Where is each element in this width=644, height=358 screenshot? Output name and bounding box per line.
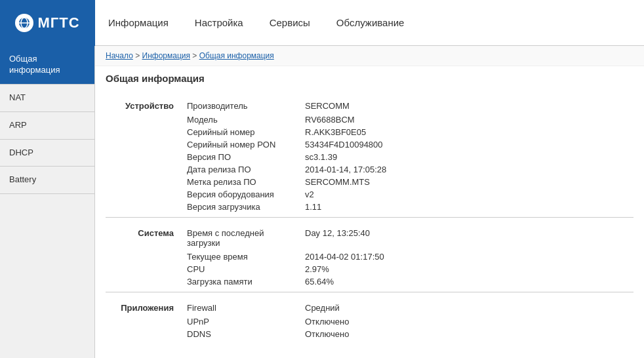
field-label-cpu: CPU: [184, 263, 302, 275]
field-label-bootloader: Версия загрузчика: [184, 201, 302, 213]
field-label-serial-pon: Серийный номер PON: [184, 138, 302, 151]
system-section-header: Система Время с последней загрузки Day 1…: [106, 219, 634, 250]
sidebar-item-general[interactable]: Общая информация: [0, 46, 94, 85]
breadcrumb-info[interactable]: Информация: [142, 51, 190, 60]
table-row: Дата релиза ПО 2014-01-14, 17:05:28: [106, 163, 634, 176]
main-layout: Общая информация NAT ARP DHCP Battery На…: [0, 46, 644, 358]
sidebar-item-dhcp[interactable]: DHCP: [0, 140, 94, 167]
field-value-ddns: Отключено: [302, 328, 634, 340]
nav-services[interactable]: Сервисы: [270, 14, 310, 31]
field-label-hw-version: Версия оборудования: [184, 188, 302, 201]
field-value-current-time: 2014-04-02 01:17:50: [302, 250, 634, 263]
system-section-label: Система: [106, 219, 184, 250]
table-row: Версия ПО sc3.1.39: [106, 151, 634, 163]
table-row: Текущее время 2014-04-02 01:17:50: [106, 250, 634, 263]
logo-text: МГТС: [37, 14, 79, 31]
field-value-firewall: Средний: [302, 294, 634, 315]
breadcrumb: Начало > Информация > Общая информация: [95, 46, 644, 66]
table-row: Серийный номер R.AKK3BF0E05: [106, 126, 634, 138]
field-label-current-time: Текущее время: [184, 250, 302, 263]
apps-section-header: Приложения Firewall Средний: [106, 294, 634, 315]
divider-2: [106, 288, 634, 294]
field-value-manufacturer: SERCOMM: [302, 92, 634, 113]
field-label-release-date: Дата релиза ПО: [184, 163, 302, 176]
table-row: Метка релиза ПО SERCOMM.MTS: [106, 176, 634, 188]
sidebar-item-battery[interactable]: Battery: [0, 167, 94, 194]
table-row: Версия оборудования v2: [106, 188, 634, 201]
field-value-release-tag: SERCOMM.MTS: [302, 176, 634, 188]
table-row: Серийный номер PON 53434F4D10094800: [106, 138, 634, 151]
sidebar-item-arp[interactable]: ARP: [0, 112, 94, 140]
logo-area: МГТС: [0, 0, 95, 46]
nav-maintenance[interactable]: Обслуживание: [336, 14, 405, 31]
field-label-uptime: Время с последней загрузки: [184, 219, 302, 250]
field-value-memory: 65.64%: [302, 275, 634, 288]
info-section: Устройство Производитель SERCOMM Модель …: [95, 89, 644, 343]
field-value-bootloader: 1.11: [302, 201, 634, 213]
field-label-ddns: DDNS: [184, 328, 302, 340]
field-label-upnp: UPnP: [184, 315, 302, 328]
sidebar-item-nat[interactable]: NAT: [0, 85, 94, 112]
apps-section-label: Приложения: [106, 294, 184, 315]
field-value-cpu: 2.97%: [302, 263, 634, 275]
breadcrumb-sep2: >: [192, 51, 199, 60]
table-row: Модель RV6688BCM: [106, 113, 634, 126]
device-section-label: Устройство: [106, 92, 184, 113]
breadcrumb-home[interactable]: Начало: [106, 51, 133, 60]
field-label-serial: Серийный номер: [184, 126, 302, 138]
nav-menu: Информация Настройка Сервисы Обслуживани…: [95, 0, 644, 45]
table-row: DDNS Отключено: [106, 328, 634, 340]
device-section-header: Устройство Производитель SERCOMM: [106, 92, 634, 113]
field-value-serial: R.AKK3BF0E05: [302, 126, 634, 138]
page-title: Общая информация: [95, 66, 644, 89]
field-value-uptime: Day 12, 13:25:40: [302, 219, 634, 250]
field-value-serial-pon: 53434F4D10094800: [302, 138, 634, 151]
table-row: CPU 2.97%: [106, 263, 634, 275]
field-value-model: RV6688BCM: [302, 113, 634, 126]
table-row: Версия загрузчика 1.11: [106, 201, 634, 213]
field-label-release-tag: Метка релиза ПО: [184, 176, 302, 188]
field-value-upnp: Отключено: [302, 315, 634, 328]
nav-settings[interactable]: Настройка: [195, 14, 243, 31]
table-row: Загрузка памяти 65.64%: [106, 275, 634, 288]
breadcrumb-sep1: >: [135, 51, 142, 60]
info-table: Устройство Производитель SERCOMM Модель …: [106, 92, 634, 340]
field-value-release-date: 2014-01-14, 17:05:28: [302, 163, 634, 176]
field-label-memory: Загрузка памяти: [184, 275, 302, 288]
logo: МГТС: [15, 14, 79, 32]
header: МГТС Информация Настройка Сервисы Обслуж…: [0, 0, 644, 46]
breadcrumb-general[interactable]: Общая информация: [199, 51, 274, 60]
field-value-fw-version: sc3.1.39: [302, 151, 634, 163]
table-row: UPnP Отключено: [106, 315, 634, 328]
field-value-hw-version: v2: [302, 188, 634, 201]
divider-1: [106, 213, 634, 219]
field-label-firewall: Firewall: [184, 294, 302, 315]
logo-icon: [15, 14, 33, 32]
field-label-manufacturer: Производитель: [184, 92, 302, 113]
nav-info[interactable]: Информация: [108, 14, 169, 31]
content-area: Начало > Информация > Общая информация О…: [95, 46, 644, 358]
sidebar: Общая информация NAT ARP DHCP Battery: [0, 46, 95, 358]
field-label-fw-version: Версия ПО: [184, 151, 302, 163]
field-label-model: Модель: [184, 113, 302, 126]
